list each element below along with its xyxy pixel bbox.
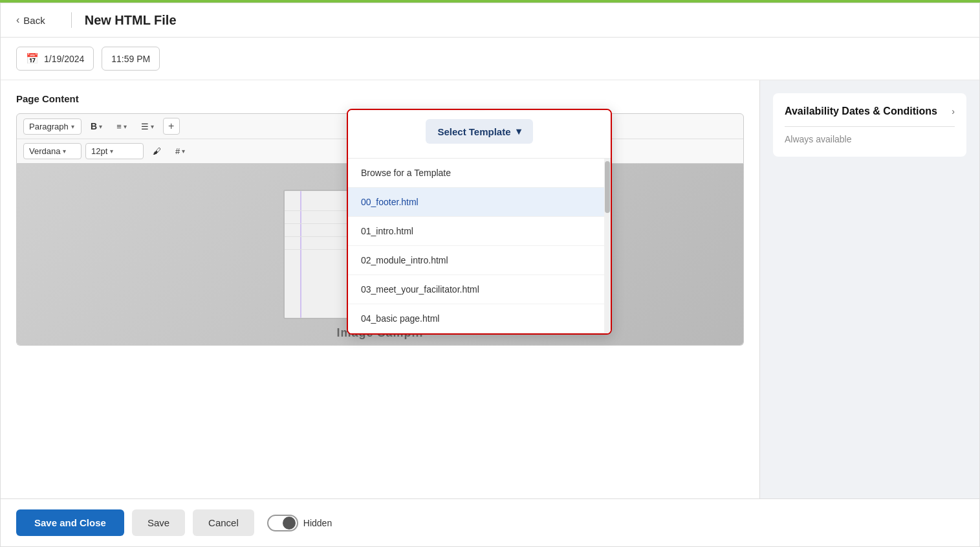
color-icon: 🖌 <box>153 146 161 156</box>
paragraph-chevron-icon: ▾ <box>71 123 74 130</box>
save-button[interactable]: Save <box>132 509 185 536</box>
list-chevron-icon: ▾ <box>151 123 154 130</box>
align-button[interactable]: ≡ ▾ <box>111 119 132 134</box>
dropdown-scrollbar[interactable] <box>604 159 611 333</box>
back-button[interactable]: ‹ Back <box>16 14 45 26</box>
select-template-button[interactable]: Select Template ▾ <box>426 119 532 144</box>
scrollbar-thumb <box>605 161 610 213</box>
format-chevron-icon: ▾ <box>182 148 185 155</box>
bold-button[interactable]: B ▾ <box>85 118 107 134</box>
main-container: ‹ Back New HTML File 📅 1/19/2024 11:59 P… <box>0 3 980 547</box>
add-element-button[interactable]: + <box>163 118 180 135</box>
basic-page-template-item[interactable]: 04_basic page.html <box>348 304 611 333</box>
dropdown-caret <box>473 109 486 110</box>
footer-template-item[interactable]: 00_footer.html <box>348 188 611 217</box>
right-sidebar: Availability Dates & Conditions › Always… <box>759 80 979 498</box>
list-button[interactable]: ☰ ▾ <box>136 119 159 134</box>
format-icon: # <box>175 146 180 156</box>
datetime-row: 📅 1/19/2024 11:59 PM <box>1 38 979 80</box>
dropdown-header: Select Template ▾ <box>348 110 611 159</box>
bold-icon: B <box>91 121 97 131</box>
cancel-button[interactable]: Cancel <box>193 509 254 536</box>
visibility-toggle-group: Hidden <box>267 515 332 531</box>
align-icon: ≡ <box>116 122 122 131</box>
meet-facilitator-template-label: 03_meet_your_facilitator.html <box>361 284 479 295</box>
availability-divider <box>785 126 955 127</box>
font-chevron-icon: ▾ <box>63 148 66 155</box>
save-close-button[interactable]: Save and Close <box>16 509 124 536</box>
header-divider <box>71 12 72 28</box>
calendar-icon: 📅 <box>26 52 39 65</box>
align-chevron-icon: ▾ <box>124 123 127 130</box>
footer: Save and Close Save Cancel Hidden <box>1 498 979 546</box>
size-dropdown[interactable]: 12pt ▾ <box>85 143 144 159</box>
module-intro-template-item[interactable]: 02_module_intro.html <box>348 246 611 275</box>
availability-card: Availability Dates & Conditions › Always… <box>773 93 966 157</box>
toggle-label: Hidden <box>303 518 332 528</box>
bold-chevron-icon: ▾ <box>99 123 102 130</box>
toggle-knob <box>283 517 296 530</box>
date-field[interactable]: 📅 1/19/2024 <box>16 47 94 71</box>
dropdown-body: Browse for a Template 00_footer.html 01_… <box>348 159 611 333</box>
time-value: 11:59 PM <box>111 54 150 64</box>
list-icon: ☰ <box>141 122 149 131</box>
font-dropdown[interactable]: Verdana ▾ <box>23 143 82 159</box>
select-template-label: Select Template <box>437 126 510 137</box>
paragraph-dropdown[interactable]: Paragraph ▾ <box>23 118 82 135</box>
basic-page-template-label: 04_basic page.html <box>361 313 439 324</box>
font-label: Verdana <box>29 146 60 156</box>
color-button[interactable]: 🖌 <box>147 144 166 159</box>
back-arrow-icon: ‹ <box>16 14 19 26</box>
template-chevron-icon: ▾ <box>516 126 521 137</box>
intro-template-label: 01_intro.html <box>361 226 413 236</box>
size-label: 12pt <box>91 146 107 156</box>
availability-expand-icon[interactable]: › <box>952 106 955 117</box>
template-dropdown: Select Template ▾ Browse for a Template … <box>347 109 612 335</box>
availability-card-header: Availability Dates & Conditions › <box>785 105 955 118</box>
page-title: New HTML File <box>85 13 177 28</box>
browse-template-label: Browse for a Template <box>361 168 451 178</box>
format-button[interactable]: # ▾ <box>170 144 190 159</box>
size-chevron-icon: ▾ <box>110 148 113 155</box>
back-label: Back <box>23 15 45 26</box>
availability-card-title: Availability Dates & Conditions <box>785 105 937 118</box>
availability-value: Always available <box>785 134 852 144</box>
header: ‹ Back New HTML File <box>1 3 979 38</box>
date-value: 1/19/2024 <box>44 54 84 64</box>
footer-template-label: 00_footer.html <box>361 197 419 207</box>
browse-template-item[interactable]: Browse for a Template <box>348 159 611 188</box>
meet-facilitator-template-item[interactable]: 03_meet_your_facilitator.html <box>348 275 611 304</box>
paragraph-label: Paragraph <box>29 122 69 131</box>
section-label: Page Content <box>16 93 744 104</box>
time-field[interactable]: 11:59 PM <box>102 47 160 71</box>
visibility-toggle[interactable] <box>267 515 298 531</box>
intro-template-item[interactable]: 01_intro.html <box>348 217 611 246</box>
module-intro-template-label: 02_module_intro.html <box>361 255 448 265</box>
